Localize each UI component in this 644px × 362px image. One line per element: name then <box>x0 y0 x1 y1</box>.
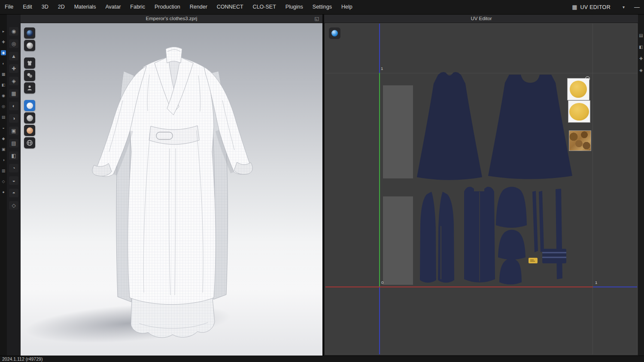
show-garment-button[interactable] <box>24 57 35 69</box>
textured-sphere-icon <box>27 30 33 36</box>
uv-piece-bodice-right[interactable] <box>438 192 454 283</box>
toolbar-icon[interactable]: ▲ <box>9 52 18 60</box>
menubar-item[interactable]: Avatar <box>100 0 125 14</box>
garment-3d[interactable] <box>21 23 322 356</box>
uv-label-u-max: 1 <box>595 280 597 285</box>
gold-ellipse-swatch-icon <box>569 103 589 121</box>
toolbar-icon[interactable]: ◧ <box>9 151 18 160</box>
version-label: 2024.1.112 (r49729) <box>2 356 43 362</box>
toolbar-icon[interactable]: ◈ <box>9 77 18 85</box>
menubar: FileEdit3D2DMaterialsAvatarFabricProduct… <box>0 0 644 15</box>
uv-editor-titlebar: UV Editor <box>324 14 638 23</box>
show-avatar-button[interactable] <box>24 82 35 94</box>
toolbar-icon[interactable]: ✚ <box>9 64 18 73</box>
viewport-3d-pane: Emperor's clothes3.zprj ◱ <box>21 14 322 356</box>
menubar-item[interactable]: Fabric <box>125 0 150 14</box>
toolbar-icon[interactable]: ▤ <box>1 115 6 120</box>
uv-editor-canvas[interactable]: 1 0 1 <box>325 23 638 355</box>
uv-piece-belt[interactable] <box>542 249 566 263</box>
viewport-3d-canvas[interactable] <box>21 23 322 356</box>
toolbar-icon[interactable]: ◈ <box>638 68 644 73</box>
toolbar-icon[interactable]: ◑ <box>1 157 6 163</box>
left-inner-toolbar: ◉◎▲✚◈▦◐◑▣▤◧◔◒◓◇ <box>7 14 21 356</box>
toolbar-icon[interactable]: ◇ <box>1 179 6 184</box>
toolbar-icon[interactable]: ▣ <box>1 147 6 152</box>
menubar-right: ▦ UV EDITOR ▾ — <box>572 0 641 14</box>
toolbar-icon[interactable]: ◉ <box>9 27 18 36</box>
uv-fabric-tag[interactable] <box>529 258 538 263</box>
menubar-item[interactable]: Help <box>337 0 357 14</box>
toolbar-icon[interactable]: ◧ <box>1 82 6 87</box>
uv-editor-title: UV Editor <box>471 16 492 21</box>
toolbar-icon[interactable]: ▸ <box>1 29 6 34</box>
toolbar-icon[interactable]: ◇ <box>9 201 18 210</box>
textured-surface-view-button[interactable] <box>24 27 35 39</box>
toolbar-icon[interactable]: ◔ <box>9 164 18 172</box>
uv-piece-sleeve-top[interactable] <box>496 187 527 228</box>
toolbar-icon[interactable]: ◑ <box>9 114 18 123</box>
toolbar-icon[interactable]: ◒ <box>9 176 18 185</box>
toolbar-icon[interactable]: ● <box>1 190 6 195</box>
toolbar-icon[interactable]: ◎ <box>9 39 18 48</box>
avatar-skin-button[interactable] <box>24 125 35 136</box>
menu-items: FileEdit3D2DMaterialsAvatarFabricProduct… <box>0 0 357 14</box>
toolbar-icon[interactable]: ◓ <box>9 189 18 197</box>
material-swatch-gold-1[interactable] <box>567 78 589 100</box>
toolbar-icon[interactable]: ◎ <box>1 104 6 109</box>
toolbar-icon[interactable]: ◐ <box>9 102 18 110</box>
menubar-item[interactable]: Plugins <box>281 0 308 14</box>
double-sphere-icon <box>26 72 33 79</box>
menubar-item[interactable]: CONNECT <box>212 0 248 14</box>
menubar-item[interactable]: Edit <box>18 0 37 14</box>
menubar-item[interactable]: CLO-SET <box>248 0 281 14</box>
matte-view-button[interactable] <box>24 112 35 124</box>
menubar-item[interactable]: 2D <box>53 0 70 14</box>
menubar-item[interactable]: Production <box>150 0 185 14</box>
uv-material-tool-button[interactable] <box>329 27 340 39</box>
uv-piece-strip-2[interactable] <box>539 191 544 252</box>
toolbar-icon[interactable]: ◆ <box>1 136 6 141</box>
toolbar-icon[interactable]: ▤ <box>638 33 644 38</box>
show-seams-button[interactable] <box>24 70 35 81</box>
material-swatch-gold-2[interactable] <box>568 100 590 123</box>
toolbar-icon[interactable]: ▦ <box>9 89 18 98</box>
toolbar-icon[interactable]: ▥ <box>1 168 6 173</box>
menubar-item[interactable]: Render <box>185 0 212 14</box>
avatar-icon <box>26 84 33 91</box>
toolbar-icon[interactable]: ▣ <box>9 127 18 135</box>
toolbar-icon[interactable]: ✚ <box>1 39 6 45</box>
toolbar-icon[interactable]: ▦ <box>1 72 6 77</box>
thick-textured-view-button[interactable] <box>24 40 35 51</box>
uv-piece-sleeve-low[interactable] <box>499 259 522 284</box>
viewport-3d-titlebar: Emperor's clothes3.zprj ◱ <box>21 14 322 23</box>
uv-piece-bodice-left[interactable] <box>420 192 436 283</box>
view-3d-toolbar <box>24 27 35 148</box>
float-window-icon[interactable]: ◱ <box>315 15 319 21</box>
uv-piece-strip-1[interactable] <box>532 191 538 252</box>
toolbar-icon[interactable]: ◧ <box>638 45 644 50</box>
menubar-item[interactable]: Settings <box>308 0 337 14</box>
chevron-down-icon[interactable]: ▾ <box>623 5 625 9</box>
texture-view-button-selected[interactable] <box>24 100 35 111</box>
statusbar: 2024.1.112 (r49729) <box>0 356 644 362</box>
toolbar-icon[interactable]: ◒ <box>1 125 6 130</box>
white-sphere-icon <box>27 103 33 109</box>
material-swatch-fabric-texture[interactable] <box>569 130 591 151</box>
toolbar-icon[interactable]: ◉ <box>1 93 6 98</box>
mode-switcher-label[interactable]: UV EDITOR <box>580 4 611 10</box>
uv-pattern-pieces <box>325 24 637 354</box>
minimize-button[interactable]: — <box>634 4 640 10</box>
menubar-item[interactable]: Materials <box>70 0 101 14</box>
uv-piece-dress-back[interactable] <box>488 75 572 179</box>
uv-piece-sleeve-mid[interactable] <box>498 230 526 260</box>
toolbar-icon[interactable]: ▤ <box>9 139 18 148</box>
menubar-item[interactable]: File <box>0 0 18 14</box>
matte-sphere-icon <box>27 115 33 121</box>
toolbar-icon[interactable]: ◈ <box>1 50 6 55</box>
toolbar-icon[interactable]: ✚ <box>638 56 644 61</box>
uv-piece-dress-front[interactable] <box>417 72 482 180</box>
toolbar-icon[interactable]: ◐ <box>1 61 6 66</box>
uv-piece-strip-long[interactable] <box>556 189 562 279</box>
environment-view-button[interactable] <box>24 137 35 148</box>
menubar-item[interactable]: 3D <box>37 0 53 14</box>
